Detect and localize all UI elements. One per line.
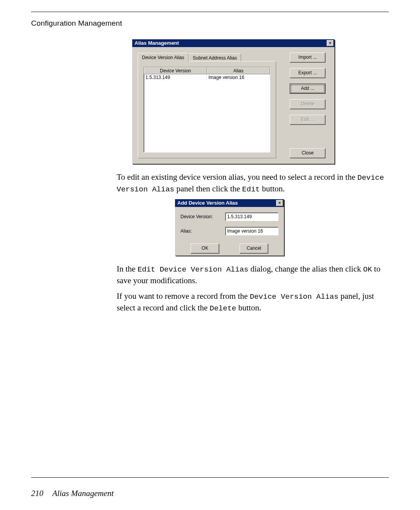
section-title: Configuration Management — [31, 19, 389, 28]
delete-button: Delete — [290, 99, 326, 109]
dialog-titlebar: Alias Management × — [132, 39, 334, 47]
text: button. — [260, 184, 285, 193]
close-button[interactable]: Close — [290, 148, 326, 158]
tab-area: Device Version Alias Subnet Address Alia… — [138, 53, 276, 158]
ui-term: Edit — [242, 185, 260, 194]
text: button. — [236, 303, 261, 312]
tab-subnet-address-alias[interactable]: Subnet Address Alias — [189, 53, 241, 61]
dialog-titlebar: Add Device Version Alias × — [175, 199, 284, 207]
cancel-button[interactable]: Cancel — [240, 244, 268, 254]
ui-term: Device Version Alias — [250, 293, 338, 301]
add-button[interactable]: Add ... — [290, 84, 326, 94]
rule-bottom — [31, 477, 389, 478]
table-row[interactable]: 1.5.313.149 Image version 16 — [144, 74, 270, 81]
footer-title: Alias Management — [52, 489, 114, 498]
dialog-client-area: Device Version: 1.5.313.149 Alias: Image… — [175, 207, 284, 256]
text: In the — [117, 264, 138, 273]
dialog-title: Alias Management — [135, 39, 179, 47]
rule-top — [31, 12, 389, 12]
page-footer: 210 Alias Management — [31, 489, 114, 498]
device-version-field[interactable]: 1.5.313.149 — [225, 212, 278, 221]
body-para-1: To edit an existing device version alias… — [117, 172, 387, 195]
close-icon[interactable]: × — [327, 40, 334, 46]
import-button[interactable]: Import ... — [290, 53, 326, 63]
dialog-client-area: Device Version Alias Subnet Address Alia… — [132, 47, 334, 164]
ui-term: OK — [363, 265, 372, 274]
tab-panel: Device Version Alias 1.5.313.149 Image v… — [138, 61, 276, 158]
page-number: 210 — [31, 489, 44, 498]
text: To edit an existing device version alias… — [117, 172, 357, 182]
body-para-2: In the Edit Device Version Alias dialog,… — [117, 263, 387, 314]
tabs-strip: Device Version Alias Subnet Address Alia… — [138, 53, 276, 61]
alias-management-figure: Alias Management × Device Version Alias … — [132, 39, 389, 164]
label-alias: Alias: — [180, 228, 225, 234]
spacer — [286, 130, 329, 143]
alias-management-dialog: Alias Management × Device Version Alias … — [132, 39, 334, 164]
export-button[interactable]: Export ... — [290, 68, 326, 78]
button-row: OK Cancel — [180, 244, 278, 254]
text: dialog, change the alias then click — [248, 264, 363, 273]
tab-device-version-alias[interactable]: Device Version Alias — [138, 53, 189, 61]
add-device-alias-dialog: Add Device Version Alias × Device Versio… — [175, 199, 284, 256]
cell-alias: Image version 16 — [207, 74, 270, 81]
text: panel then click the — [174, 184, 242, 193]
ui-term: Edit Device Version Alias — [138, 265, 248, 274]
col-alias[interactable]: Alias — [207, 67, 270, 74]
close-icon[interactable]: × — [276, 200, 283, 206]
dialog-title: Add Device Version Alias — [177, 199, 238, 207]
ui-term: Delete — [210, 304, 236, 313]
button-column: Import ... Export ... Add ... Delete Edi… — [276, 53, 329, 158]
document-page: Configuration Management Alias Managemen… — [0, 0, 420, 510]
text: If you want to remove a record from the — [117, 291, 250, 301]
listview-header: Device Version Alias — [144, 67, 270, 74]
row-device-version: Device Version: 1.5.313.149 — [180, 212, 278, 221]
edit-button: Edit ... — [290, 115, 326, 125]
label-device-version: Device Version: — [180, 214, 225, 219]
cell-device-version: 1.5.313.149 — [144, 74, 207, 81]
add-alias-figure: Add Device Version Alias × Device Versio… — [175, 199, 389, 256]
device-alias-listview[interactable]: Device Version Alias 1.5.313.149 Image v… — [144, 67, 270, 152]
alias-field[interactable]: Image version 16 — [225, 227, 278, 235]
ok-button[interactable]: OK — [191, 244, 219, 254]
row-alias: Alias: Image version 16 — [180, 227, 278, 235]
col-device-version[interactable]: Device Version — [144, 67, 207, 74]
